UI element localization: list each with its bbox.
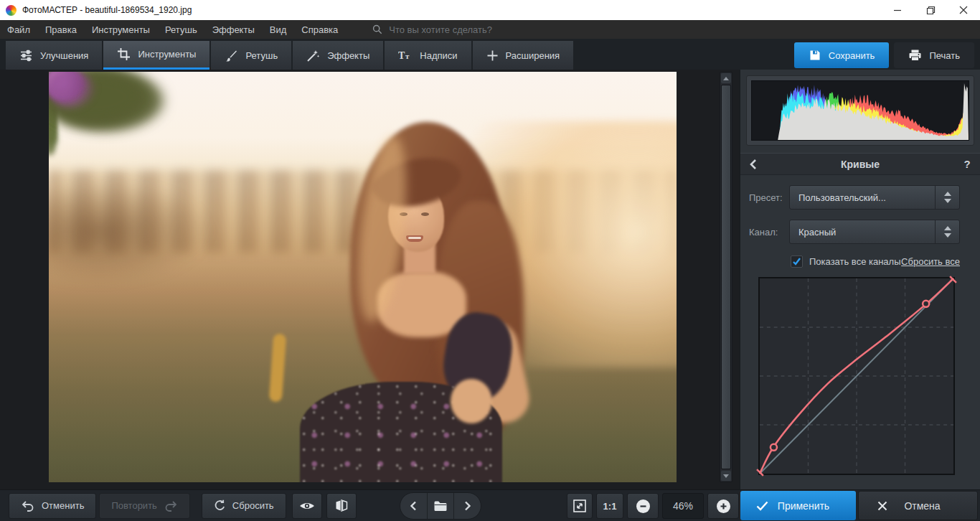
tab-captions[interactable]: T т Надписи [385,41,471,70]
minimize-button[interactable] [881,0,914,20]
reset-icon [214,499,226,512]
chevron-right-icon [464,501,471,511]
menu-retouch[interactable]: Ретушь [165,24,197,35]
tab-effects[interactable]: Эффекты [293,41,383,70]
crop-icon [117,47,131,61]
canvas-area [0,70,739,489]
folder-icon [433,500,448,512]
eye-icon [299,500,315,512]
magic-wand-icon [306,49,320,62]
redo-icon [164,500,178,512]
triangle-down-icon [944,233,951,238]
tab-group: Улучшения Инструменты Ретушь [6,41,575,70]
menu-effects[interactable]: Эффекты [212,24,255,35]
scrollbar-thumb[interactable] [721,85,731,469]
previous-photo-button[interactable] [400,493,427,519]
titlebar: ФотоМАСТЕР - beautiful-1869534_1920.jpg [0,0,980,20]
svg-text:T: T [398,50,405,61]
tab-retouch[interactable]: Ретушь [211,41,291,70]
menu-file[interactable]: Файл [7,24,30,35]
compare-icon [335,499,348,512]
workspace: Кривые ? Пресет: Пользовательский... Кан… [0,70,980,489]
reset-all-link[interactable]: Сбросить все [901,256,960,267]
restore-button[interactable] [914,0,947,20]
channels-options-row: Показать все каналы Сбросить все [791,255,960,268]
preset-dropdown[interactable]: Пользовательский... [789,185,960,210]
plus-icon [486,50,499,62]
channel-value: Красный [798,227,836,238]
spinner-arrows-icon[interactable] [935,220,959,243]
undo-button[interactable]: Отменить [9,493,96,519]
next-photo-button[interactable] [453,493,481,519]
menu-view[interactable]: Вид [270,24,287,35]
histogram [746,75,974,146]
zoom-100-button[interactable]: 1:1 [596,493,623,519]
menu-edit[interactable]: Правка [45,24,77,35]
cancel-button[interactable]: Отмена [858,491,978,520]
close-button[interactable] [947,0,980,20]
undo-label: Отменить [42,500,84,511]
tab-extensions[interactable]: Расширения [473,41,574,70]
scroll-down-button[interactable] [721,471,731,481]
undo-icon [21,500,35,512]
channel-dropdown[interactable]: Красный [789,220,960,244]
panel-back-button[interactable] [740,159,766,170]
triangle-up-icon [944,226,951,230]
scroll-up-button[interactable] [721,73,731,83]
panel-help-button[interactable]: ? [954,158,980,170]
preset-value: Пользовательский... [798,192,886,203]
print-label: Печать [929,50,960,61]
channel-row: Канал: Красный [749,220,960,244]
save-button[interactable]: Сохранить [794,42,890,68]
checkmark-icon [756,501,768,511]
zoom-in-button[interactable] [707,493,739,519]
checkmark-icon [792,257,801,266]
svg-text:т: т [405,52,410,60]
app-logo-icon [6,5,17,16]
open-folder-button[interactable] [427,493,454,519]
zoom-controls: 1:1 46% [567,493,739,519]
close-icon [959,6,968,14]
plus-circle-icon [717,499,730,513]
curves-editor[interactable] [758,277,958,475]
sliders-icon [19,49,33,62]
menu-help[interactable]: Справка [301,24,338,35]
tabbar: Улучшения Инструменты Ретушь [0,39,980,70]
tab-label: Улучшения [40,50,88,61]
fit-to-screen-button[interactable] [567,493,593,519]
vertical-scrollbar[interactable] [720,72,732,482]
show-original-button[interactable] [292,493,322,519]
text-icon: T т [398,49,413,62]
chevron-left-icon [410,501,417,511]
redo-button[interactable]: Повторить [99,493,189,519]
app-window: ФотоМАСТЕР - beautiful-1869534_1920.jpg … [0,0,980,521]
apply-label: Применить [768,500,839,512]
reset-button[interactable]: Сбросить [202,493,286,519]
tab-label: Инструменты [138,49,196,60]
triangle-up-icon [723,77,729,80]
curves-panel: Кривые ? Пресет: Пользовательский... Кан… [739,70,980,489]
preset-label: Пресет: [749,192,789,203]
printer-icon [908,49,922,62]
apply-button[interactable]: Применить [740,491,856,520]
photo-canvas[interactable] [49,72,677,482]
triangle-down-icon [723,474,729,478]
print-button[interactable]: Печать [894,42,974,68]
curves-chart[interactable] [758,277,955,475]
menu-tools[interactable]: Инструменты [92,24,150,35]
photo-layer [49,72,677,482]
histogram-chart [751,80,969,141]
search-placeholder: Что вы хотите сделать? [389,24,492,35]
tab-improvements[interactable]: Улучшения [6,41,102,70]
triangle-down-icon [944,199,951,203]
tab-label: Эффекты [327,50,369,61]
restore-icon [926,6,936,15]
channel-label: Канал: [749,227,789,238]
before-after-button[interactable] [326,493,357,519]
zoom-out-button[interactable] [627,493,659,519]
zoom-level-value: 46% [662,493,704,519]
tab-tools[interactable]: Инструменты [103,41,209,70]
search-input[interactable]: Что вы хотите сделать? [372,24,492,35]
show-all-channels-checkbox[interactable] [791,255,803,268]
spinner-arrows-icon[interactable] [935,186,959,209]
